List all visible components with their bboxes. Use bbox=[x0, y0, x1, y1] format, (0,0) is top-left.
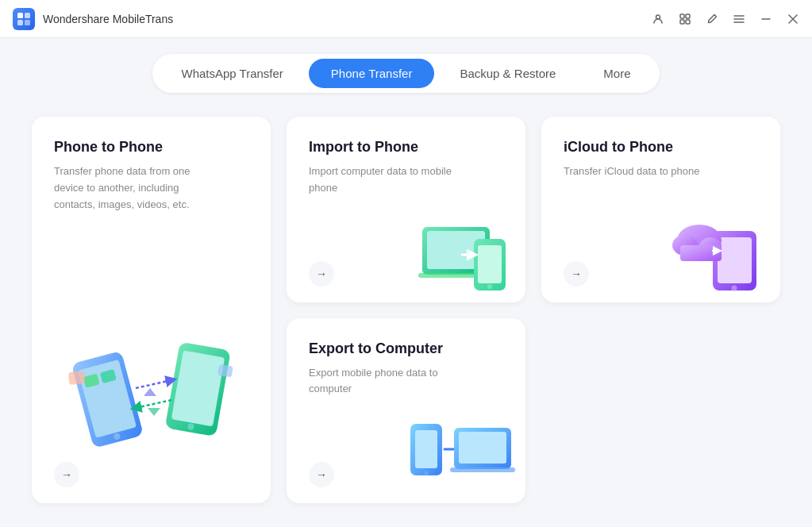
card-phone-to-phone-arrow[interactable]: → bbox=[54, 462, 79, 487]
svg-rect-23 bbox=[68, 371, 85, 385]
svg-rect-39 bbox=[680, 245, 722, 261]
svg-point-35 bbox=[732, 285, 737, 290]
svg-rect-34 bbox=[718, 237, 752, 283]
minimize-icon[interactable] bbox=[760, 13, 772, 25]
tab-phone[interactable]: Phone Transfer bbox=[309, 59, 435, 88]
card-export-title: Export to Computer bbox=[309, 340, 503, 357]
card-phone-to-phone-title: Phone to Phone bbox=[54, 139, 248, 156]
nav-tabs: WhatsApp Transfer Phone Transfer Backup … bbox=[152, 54, 659, 93]
card-icloud-to-phone[interactable]: iCloud to Phone Transfer iCloud data to … bbox=[541, 117, 780, 302]
import-illustration bbox=[414, 207, 518, 294]
svg-rect-41 bbox=[415, 430, 437, 468]
window-controls bbox=[652, 13, 799, 25]
windows-icon[interactable] bbox=[679, 13, 691, 25]
svg-rect-2 bbox=[17, 20, 23, 25]
card-export-arrow[interactable]: → bbox=[309, 462, 334, 487]
tab-backup[interactable]: Backup & Restore bbox=[437, 59, 578, 88]
svg-rect-6 bbox=[686, 14, 690, 18]
svg-marker-25 bbox=[144, 388, 156, 396]
app-logo bbox=[13, 8, 35, 30]
svg-rect-0 bbox=[17, 13, 23, 18]
close-icon[interactable] bbox=[787, 13, 799, 25]
svg-rect-45 bbox=[450, 467, 515, 472]
svg-point-42 bbox=[424, 471, 429, 475]
phone-to-phone-illustration bbox=[64, 329, 239, 456]
titlebar: Wondershare MobileTrans bbox=[0, 0, 812, 38]
card-icloud-arrow[interactable]: → bbox=[564, 261, 589, 287]
icloud-illustration bbox=[669, 207, 772, 294]
edit-icon[interactable] bbox=[706, 13, 718, 25]
main-content: WhatsApp Transfer Phone Transfer Backup … bbox=[0, 38, 812, 527]
card-phone-to-phone[interactable]: Phone to Phone Transfer phone data from … bbox=[32, 117, 271, 503]
card-import-title: Import to Phone bbox=[309, 139, 503, 156]
svg-rect-31 bbox=[478, 245, 502, 283]
cards-grid: Phone to Phone Transfer phone data from … bbox=[32, 117, 780, 503]
svg-rect-44 bbox=[459, 432, 506, 464]
card-export-desc: Export mobile phone data to computer bbox=[309, 365, 452, 398]
tab-whatsapp[interactable]: WhatsApp Transfer bbox=[159, 59, 305, 88]
menu-icon[interactable] bbox=[733, 13, 745, 25]
card-export-to-computer[interactable]: Export to Computer Export mobile phone d… bbox=[287, 318, 525, 504]
export-illustration bbox=[406, 404, 518, 495]
card-import-desc: Import computer data to mobile phone bbox=[309, 163, 452, 197]
tab-more[interactable]: More bbox=[581, 59, 652, 88]
svg-rect-7 bbox=[680, 20, 684, 24]
card-import-arrow[interactable]: → bbox=[309, 261, 334, 287]
svg-rect-5 bbox=[680, 14, 684, 18]
account-icon[interactable] bbox=[652, 13, 664, 25]
svg-rect-24 bbox=[217, 364, 233, 377]
app-title: Wondershare MobileTrans bbox=[43, 13, 652, 25]
card-import-to-phone[interactable]: Import to Phone Import computer data to … bbox=[287, 117, 525, 302]
card-phone-to-phone-desc: Transfer phone data from one device to a… bbox=[54, 163, 197, 213]
svg-point-32 bbox=[487, 284, 492, 289]
svg-rect-8 bbox=[686, 20, 690, 24]
card-icloud-title: iCloud to Phone bbox=[564, 139, 758, 156]
svg-rect-1 bbox=[25, 13, 30, 18]
card-icloud-desc: Transfer iCloud data to phone bbox=[564, 163, 706, 180]
svg-rect-3 bbox=[25, 20, 30, 25]
svg-marker-26 bbox=[148, 408, 160, 416]
